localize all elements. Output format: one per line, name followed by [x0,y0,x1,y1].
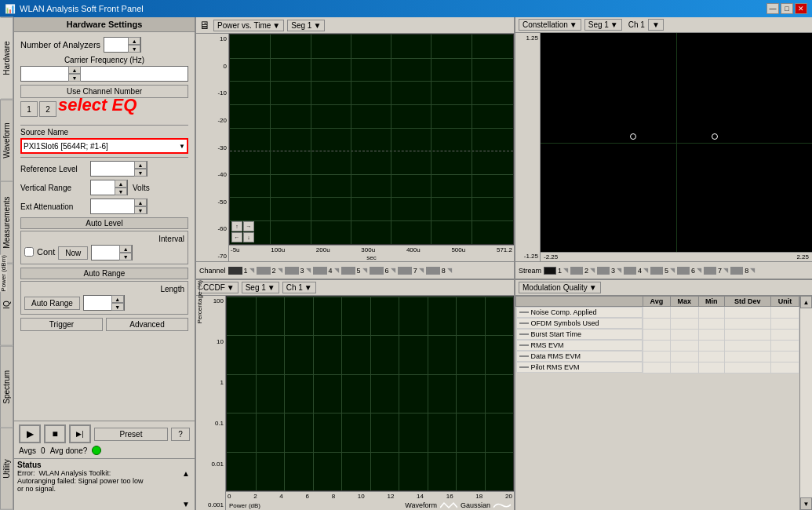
length-up[interactable]: ▲ [111,295,124,303]
auto-range-button[interactable]: Auto Range [24,297,80,310]
ccdf-y-axis: 100 10 1 0.1 0.01 0.001 [196,296,226,510]
status-scroll-up[interactable]: ▲ [182,469,190,478]
length-spinbox[interactable]: 0s ▲ ▼ [83,295,125,311]
ccdf-dropdown[interactable]: CCDF ▼ [199,282,239,293]
stop-button[interactable]: ■ [44,424,66,443]
modulation-quality-chart: Modulation Quality ▼ Avg Max M [514,280,812,510]
source-name-select[interactable]: PXI1Slot6 [5644R; #1-6] ▼ [20,138,188,154]
close-button[interactable]: ✕ [795,3,807,14]
use-channel-button[interactable]: Use Channel Number [20,85,188,98]
power-nav-down[interactable]: ↓ [243,232,254,242]
ch-1[interactable]: 1◥ [228,267,254,275]
vertical-range-spinbox[interactable]: 1 ▲ ▼ [90,180,128,195]
gaussian-label: Gaussian [461,501,490,509]
ext-atten-input[interactable]: 0.00 dB [91,202,134,211]
help-button[interactable]: ? [171,428,190,441]
channel-1-button[interactable]: 1 [20,101,38,117]
tab-utility[interactable]: Utility [0,428,13,510]
vertical-range-down[interactable]: ▼ [115,188,127,195]
num-analyzers-down[interactable]: ▼ [128,45,140,53]
ref-level-spinbox[interactable]: 0.0 dBm ▲ ▼ [90,161,147,177]
modq-col-name [516,297,643,307]
carrier-freq-input[interactable]: 2.412G [21,70,68,78]
auto-range-inner: Length Auto Range 0s ▲ ▼ [20,281,188,315]
ccdf-ch-dropdown[interactable]: Ch 1 ▼ [282,282,316,293]
modq-col-max: Max [670,297,698,307]
ch-4[interactable]: 4◥ [313,267,339,275]
ch-2[interactable]: 2◥ [257,267,282,275]
tab-measurements[interactable]: Measurements [0,181,13,264]
modq-dropdown[interactable]: Modulation Quality ▼ [519,282,601,293]
play-button[interactable]: ▶ [19,424,41,443]
ref-level-label: Reference Level [20,165,87,173]
modq-header: Modulation Quality ▼ [515,280,812,296]
ref-level-down[interactable]: ▼ [134,169,147,177]
num-analyzers-input[interactable]: 2 [104,41,128,49]
stream-2[interactable]: 2◥ [570,267,595,275]
modq-col-unit: Unit [771,297,799,307]
power-vs-time-seg[interactable]: Seg 1 ▼ [287,20,325,31]
tab-waveform[interactable]: Waveform [0,100,13,182]
step-button[interactable]: ▶| [69,424,91,443]
vertical-range-up[interactable]: ▲ [115,180,127,188]
length-input[interactable]: 0s [84,299,111,308]
stream-3[interactable]: 3◥ [597,267,621,275]
length-down[interactable]: ▼ [111,303,124,311]
carrier-freq-spinbox[interactable]: 2.412G ▲ ▼ [20,66,188,82]
power-x-label: sec [229,254,514,261]
stream-6[interactable]: 6◥ [677,267,701,275]
constellation-chart: Constellation ▼ Seg 1 ▼ Ch 1 ▼ 1.25 [514,17,812,279]
modq-scroll-up[interactable]: ▲ [800,296,812,308]
constellation-dropdown[interactable]: Constellation ▼ [519,19,581,31]
status-scroll-down[interactable]: ▼ [182,500,190,508]
source-name-value: PXI1Slot6 [5644R; #1-6] [24,142,108,151]
carrier-freq-down[interactable]: ▼ [68,74,81,82]
stream-7[interactable]: 7◥ [704,267,728,275]
ext-atten-down[interactable]: ▼ [134,206,147,214]
ext-atten-spinbox[interactable]: 0.00 dB ▲ ▼ [90,199,147,214]
preset-button[interactable]: Preset [94,428,168,441]
power-nav-up[interactable]: ↑ [231,221,242,231]
interval-spinbox[interactable]: 10ms ▲ ▼ [91,245,133,260]
num-analyzers-up[interactable]: ▲ [128,37,140,45]
stream-4[interactable]: 4◥ [624,267,648,275]
trigger-button[interactable]: Trigger [20,318,103,331]
now-button[interactable]: Now [58,246,88,260]
length-label: Length [160,285,184,293]
ch-7[interactable]: 7◥ [398,267,424,275]
const-y-axis: 1.25 -1.25 [515,33,541,261]
const-ch-dropdown[interactable]: ▼ [648,19,664,31]
tab-hardware[interactable]: Hardware [0,17,13,100]
status-scroll: Error: WLAN Analysis Toolkit:Autoranging… [17,469,191,508]
advanced-button[interactable]: Advanced [106,318,188,331]
vertical-range-label: Vertical Range [20,184,87,192]
ch-8[interactable]: 8◥ [426,267,452,275]
power-vs-time-dropdown[interactable]: Power vs. Time ▼ [213,20,284,31]
interval-down[interactable]: ▼ [119,253,132,260]
ch-6[interactable]: 6◥ [370,267,395,275]
minimize-button[interactable]: — [766,3,779,14]
maximize-button[interactable]: □ [781,3,793,14]
ref-level-input[interactable]: 0.0 dBm [91,165,134,173]
auto-range-section: Auto Range [20,268,188,279]
power-nav-left[interactable]: ← [231,232,242,242]
const-seg-dropdown[interactable]: Seg 1 ▼ [584,19,622,31]
num-analyzers-spinbox[interactable]: 2 ▲ ▼ [104,37,141,53]
stream-5[interactable]: 5◥ [650,267,675,275]
interval-up[interactable]: ▲ [119,245,132,253]
stream-8[interactable]: 8◥ [730,267,755,275]
carrier-freq-up[interactable]: ▲ [68,66,81,74]
ref-level-up[interactable]: ▲ [134,161,147,169]
vertical-range-input[interactable]: 1 [91,184,115,192]
power-nav-right[interactable]: → [243,221,254,231]
tab-spectrum[interactable]: Spectrum [0,346,13,428]
channel-2-button[interactable]: 2 [39,101,56,117]
cont-checkbox[interactable] [24,247,34,257]
modq-scroll-down[interactable]: ▼ [800,497,812,510]
stream-1[interactable]: 1◥ [544,267,568,275]
ch-5[interactable]: 5◥ [341,267,367,275]
interval-input[interactable]: 10ms [92,249,119,257]
ccdf-seg-dropdown[interactable]: Seg 1 ▼ [242,282,279,293]
ch-3[interactable]: 3◥ [285,267,311,275]
ext-atten-up[interactable]: ▲ [134,199,147,206]
